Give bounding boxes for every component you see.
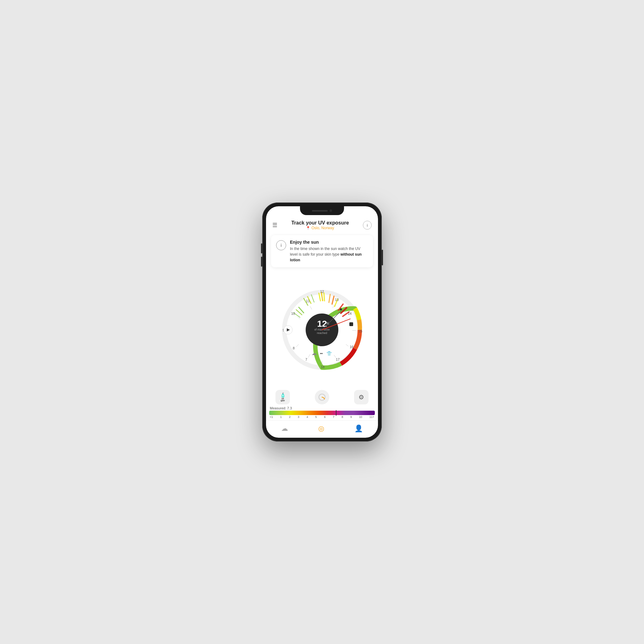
bottom-action-row: 🧴 10 SPF ⚙: [266, 390, 378, 404]
info-button[interactable]: i: [363, 221, 372, 230]
svg-line-39: [296, 344, 299, 347]
svg-line-6: [311, 295, 314, 302]
app-content: ☰ Track your UV exposure 📍 Oslo, Norway …: [266, 206, 378, 438]
info-card-title: Enjoy the sun: [290, 240, 368, 245]
svg-line-9: [324, 293, 325, 301]
uv-scale-area: Measured: 7.3 <1 1 2 3 4 5 6 7 8 9 10 11…: [266, 406, 378, 420]
info-card: i Enjoy the sun In the time shown in the…: [271, 235, 373, 267]
header: ☰ Track your UV exposure 📍 Oslo, Norway …: [266, 215, 378, 233]
page-title: Track your UV exposure: [291, 220, 349, 226]
nav-profile[interactable]: 👤: [348, 423, 369, 434]
svg-text:11: 11: [306, 299, 310, 303]
dial-svg: 9 10 11 12 13: [275, 283, 369, 377]
location-pin-icon: 📍: [306, 226, 310, 230]
phone-screen: ☰ Track your UV exposure 📍 Oslo, Norway …: [266, 206, 378, 438]
spf-button[interactable]: 🧴 10 SPF: [275, 390, 290, 404]
svg-text:12: 12: [317, 319, 327, 329]
header-title-block: Track your UV exposure 📍 Oslo, Norway: [291, 220, 349, 230]
svg-text:16: 16: [350, 345, 353, 349]
info-card-text: Enjoy the sun In the time shown in the s…: [290, 240, 368, 263]
info-card-icon: i: [276, 240, 286, 250]
svg-rect-48: [349, 322, 353, 326]
svg-text:15: 15: [358, 329, 362, 333]
menu-button[interactable]: ☰: [272, 222, 277, 229]
vol-up-button: [261, 243, 262, 253]
uv-scale-labels: <1 1 2 3 4 5 6 7 8 9 10 11+: [269, 415, 375, 419]
nav-weather[interactable]: ☁: [275, 423, 294, 434]
svg-text:👕: 👕: [326, 351, 332, 356]
camera: [330, 209, 332, 212]
svg-line-10: [329, 294, 330, 303]
profile-nav-icon: 👤: [354, 425, 363, 433]
power-button: [382, 250, 383, 265]
phone-frame: ☰ Track your UV exposure 📍 Oslo, Norway …: [262, 203, 382, 441]
settings-button[interactable]: ⚙: [354, 390, 369, 404]
svg-line-11: [332, 296, 334, 304]
svg-text:7: 7: [305, 358, 307, 361]
uv-dial: 9 10 11 12 13: [266, 270, 378, 390]
notch: [300, 206, 344, 215]
svg-text:8: 8: [293, 346, 295, 350]
svg-text:14: 14: [348, 312, 352, 315]
svg-text:reached: reached: [317, 331, 327, 335]
svg-line-21: [310, 306, 312, 309]
bottom-nav: ☁ ◎ 👤: [266, 420, 378, 438]
uv-scale-bar: [269, 411, 375, 415]
svg-line-31: [346, 344, 348, 346]
uv-measured-label: Measured: 7.3: [269, 406, 375, 410]
vol-down-button: [261, 257, 262, 267]
svg-text:13: 13: [335, 298, 339, 302]
svg-line-33: [334, 355, 336, 358]
speaker: [312, 210, 328, 212]
svg-text:12: 12: [320, 290, 324, 293]
svg-text:☁: ☁: [312, 351, 317, 356]
uv-tracker-button[interactable]: [315, 390, 329, 404]
svg-text:10: 10: [291, 312, 295, 315]
svg-text:••: ••: [320, 352, 323, 356]
info-card-body: In the time shown in the sun watch the U…: [290, 246, 368, 263]
svg-text:17: 17: [336, 358, 340, 361]
svg-line-37: [308, 354, 310, 358]
weather-nav-icon: ☁: [281, 425, 288, 433]
svg-text:18: 18: [321, 365, 325, 369]
uv-nav-icon: ◎: [318, 425, 324, 433]
location-label[interactable]: 📍 Oslo, Norway: [291, 226, 349, 230]
nav-uv[interactable]: ◎: [312, 423, 330, 434]
